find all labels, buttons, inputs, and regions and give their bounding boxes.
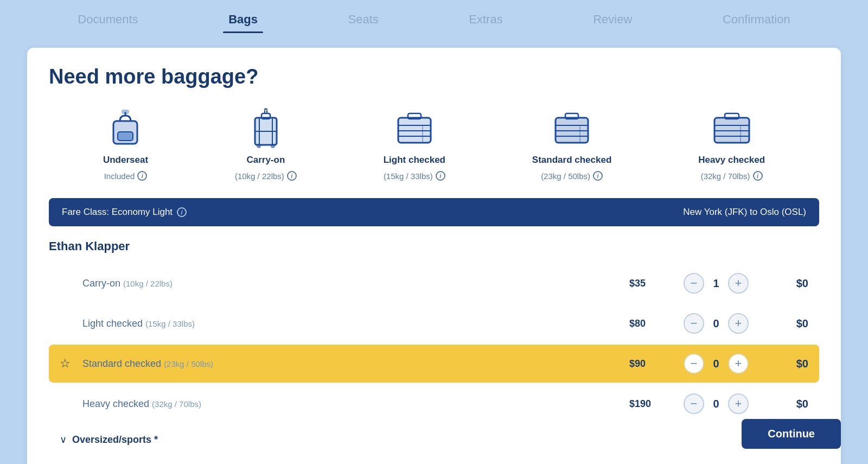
- heavy-checked-bag-name: Heavy checked (32kg / 70lbs): [82, 398, 629, 410]
- heavy-checked-minus-button[interactable]: −: [684, 393, 704, 414]
- light-checked-bag-name: Light checked (15kg / 33lbs): [82, 318, 629, 329]
- bag-row-light-checked: ☆ Light checked (15kg / 33lbs) $80 − 0 +…: [49, 304, 819, 342]
- carry-on-minus-button[interactable]: −: [684, 273, 704, 294]
- light-checked-info-icon[interactable]: i: [436, 171, 445, 181]
- fare-class-label: Fare Class: Economy Light i: [62, 207, 187, 218]
- standard-checked-total: $0: [770, 358, 808, 370]
- standard-checked-quantity-control: − 0 +: [684, 353, 749, 374]
- bag-row-standard-checked: ☆ Standard checked (23kg / 50lbs) $90 − …: [49, 345, 819, 383]
- carry-on-label: Carry-on: [246, 155, 285, 166]
- nav-item-seats[interactable]: Seats: [342, 2, 384, 37]
- heavy-checked-total: $0: [770, 398, 808, 410]
- bag-row-carry-on: ☆ Carry-on (10kg / 22lbs) $35 − 1 + $0: [49, 264, 819, 302]
- light-checked-minus-button[interactable]: −: [684, 313, 704, 334]
- nav-item-confirmation[interactable]: Confirmation: [717, 2, 796, 37]
- baggage-type-carry-on: Carry-on (10kg / 22lbs) i: [235, 106, 297, 181]
- passenger-section: Ethan Klapper ☆ Carry-on (10kg / 22lbs) …: [49, 226, 819, 461]
- underseat-info-icon[interactable]: i: [137, 171, 147, 181]
- heavy-checked-quantity: 0: [712, 398, 720, 410]
- standard-checked-plus-button[interactable]: +: [728, 353, 749, 374]
- fare-class-info-icon[interactable]: i: [177, 207, 187, 217]
- heavy-checked-label: Heavy checked: [698, 155, 765, 166]
- top-navigation: Documents Bags Seats Extras Review Confi…: [0, 0, 868, 39]
- standard-checked-bag-name: Standard checked (23kg / 50lbs): [82, 358, 629, 370]
- standard-checked-minus-button[interactable]: −: [684, 353, 704, 374]
- oversized-row[interactable]: ∨ Oversized/sports *: [49, 425, 819, 454]
- heavy-checked-info-icon[interactable]: i: [753, 171, 763, 181]
- carry-on-price: $35: [629, 278, 684, 289]
- light-checked-quantity: 0: [712, 317, 720, 330]
- continue-button[interactable]: Continue: [742, 419, 841, 449]
- svg-rect-2: [118, 132, 133, 141]
- carry-on-icon: [244, 106, 288, 149]
- heavy-checked-price: $190: [629, 398, 684, 410]
- carry-on-plus-button[interactable]: +: [728, 273, 749, 294]
- baggage-type-standard-checked: Standard checked (23kg / 50lbs) i: [532, 106, 611, 181]
- baggage-type-light-checked: Light checked (15kg / 33lbs) i: [384, 106, 445, 181]
- light-checked-plus-button[interactable]: +: [728, 313, 749, 334]
- underseat-label: Underseat: [103, 155, 148, 166]
- light-checked-icon: [393, 106, 436, 149]
- carry-on-quantity-control: − 1 +: [684, 273, 749, 294]
- standard-checked-info-icon[interactable]: i: [593, 171, 603, 181]
- heavy-checked-plus-button[interactable]: +: [728, 393, 749, 414]
- nav-item-review[interactable]: Review: [588, 2, 637, 37]
- oversized-label: Oversized/sports *: [72, 434, 158, 446]
- fare-bar: Fare Class: Economy Light i New York (JF…: [49, 198, 819, 226]
- standard-checked-quantity: 0: [712, 358, 720, 370]
- heavy-checked-sublabel: (32kg / 70lbs) i: [701, 171, 763, 181]
- main-card: Need more baggage? Underseat Included i: [27, 48, 841, 464]
- nav-item-documents[interactable]: Documents: [72, 2, 143, 37]
- svg-point-13: [271, 144, 275, 148]
- carry-on-bag-name: Carry-on (10kg / 22lbs): [82, 278, 629, 289]
- light-checked-sublabel: (15kg / 33lbs) i: [384, 171, 445, 181]
- standard-checked-label: Standard checked: [532, 155, 611, 166]
- standard-checked-sublabel: (23kg / 50lbs) i: [541, 171, 603, 181]
- passenger-name: Ethan Klapper: [49, 239, 819, 253]
- carry-on-sublabel: (10kg / 22lbs) i: [235, 171, 297, 181]
- light-checked-label: Light checked: [384, 155, 445, 166]
- light-checked-price: $80: [629, 318, 684, 329]
- standard-checked-star-icon: ☆: [60, 357, 75, 371]
- page-title: Need more baggage?: [49, 65, 819, 88]
- svg-point-12: [257, 144, 261, 148]
- carry-on-total: $0: [770, 277, 808, 290]
- heavy-checked-quantity-control: − 0 +: [684, 393, 749, 414]
- nav-item-extras[interactable]: Extras: [463, 2, 508, 37]
- baggage-type-heavy-checked: Heavy checked (32kg / 70lbs) i: [698, 106, 765, 181]
- carry-on-info-icon[interactable]: i: [287, 171, 297, 181]
- backpack-icon: [104, 106, 147, 149]
- underseat-sublabel: Included i: [104, 171, 148, 181]
- baggage-icons-row: Underseat Included i Carry-on: [49, 106, 819, 181]
- light-checked-quantity-control: − 0 +: [684, 313, 749, 334]
- baggage-type-underseat: Underseat Included i: [103, 106, 148, 181]
- heavy-checked-icon: [710, 106, 754, 149]
- bag-row-heavy-checked: ☆ Heavy checked (32kg / 70lbs) $190 − 0 …: [49, 385, 819, 423]
- carry-on-quantity: 1: [712, 277, 720, 290]
- light-checked-total: $0: [770, 317, 808, 330]
- oversized-chevron-icon: ∨: [60, 434, 67, 446]
- route-label: New York (JFK) to Oslo (OSL): [683, 207, 806, 218]
- nav-item-bags[interactable]: Bags: [223, 2, 263, 37]
- svg-rect-5: [122, 110, 129, 113]
- standard-checked-icon: [550, 106, 593, 149]
- standard-checked-price: $90: [629, 358, 684, 370]
